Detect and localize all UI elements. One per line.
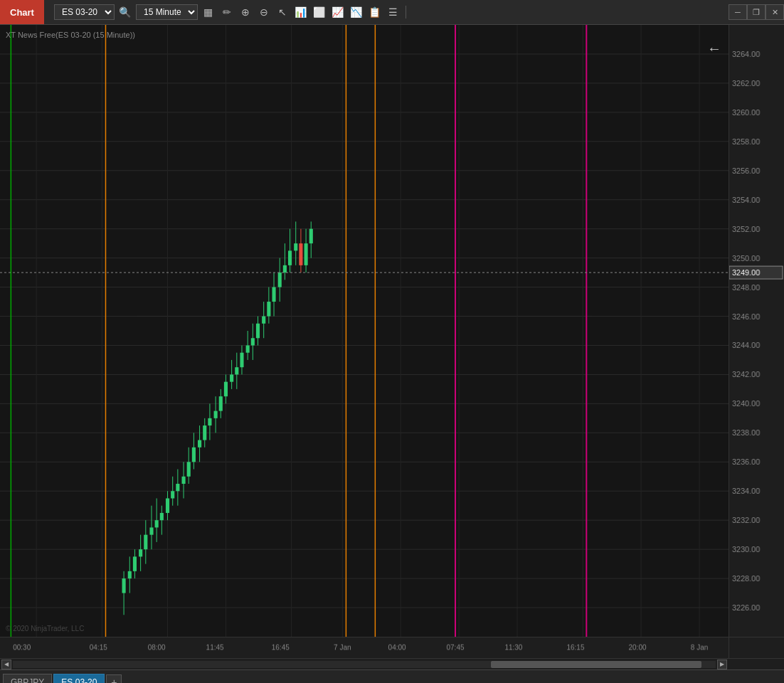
time-axis-wrapper — [0, 637, 784, 658]
tab-add-button[interactable]: + — [106, 674, 122, 683]
zoom-in-button[interactable]: ⊕ — [238, 4, 253, 20]
scrollbar-track[interactable] — [13, 661, 716, 668]
minimize-button[interactable]: ─ — [729, 4, 747, 20]
indicator-button[interactable]: 📉 — [349, 4, 364, 20]
tab-es0320[interactable]: ES 03-20 — [53, 674, 105, 683]
close-button[interactable]: ✕ — [766, 4, 784, 20]
search-button[interactable]: 🔍 — [117, 4, 133, 20]
time-axis — [0, 637, 729, 658]
time-canvas — [0, 637, 729, 658]
zoom-out-button[interactable]: ⊖ — [256, 4, 272, 20]
maximize-button[interactable]: ❐ — [747, 4, 766, 20]
scrollbar-thumb[interactable] — [491, 661, 701, 668]
toolbar: ES 03-20 🔍 15 Minute ▦ ✏ ⊕ ⊖ ↖ 📊 ⬜ 📈 📉 📋… — [44, 4, 729, 20]
draw-button[interactable]: ✏ — [219, 4, 235, 20]
strategy-button[interactable]: 📈 — [330, 4, 346, 20]
title-bar: Chart ES 03-20 🔍 15 Minute ▦ ✏ ⊕ ⊖ ↖ 📊 ⬜… — [0, 0, 784, 25]
scrollbar-area: ◀ ▶ — [0, 658, 784, 669]
price-canvas — [729, 25, 784, 637]
chart-trader-button[interactable]: 📊 — [293, 4, 309, 20]
cursor-button[interactable]: ↖ — [275, 4, 290, 20]
chart-label: Chart — [0, 0, 44, 24]
template-button[interactable]: 📋 — [367, 4, 383, 20]
tab-gbpjpy[interactable]: GBPJPY — [3, 674, 52, 683]
properties-button[interactable]: ⬜ — [312, 4, 327, 20]
chart-title: XT News Free(ES 03-20 (15 Minute)) — [6, 31, 135, 39]
window-controls: ─ ❐ ✕ — [729, 4, 784, 20]
chart-container: XT News Free(ES 03-20 (15 Minute)) © 202… — [0, 25, 784, 637]
chart-canvas[interactable] — [0, 25, 729, 637]
scroll-right-button[interactable]: ▶ — [717, 660, 727, 669]
price-axis: F — [729, 25, 784, 637]
copyright: © 2020 NinjaTrader, LLC — [6, 625, 84, 632]
symbol-select[interactable]: ES 03-20 — [54, 4, 115, 20]
chart-main[interactable]: XT News Free(ES 03-20 (15 Minute)) © 202… — [0, 25, 729, 637]
scroll-left-button[interactable]: ◀ — [1, 660, 11, 669]
timeframe-select[interactable]: 15 Minute — [136, 4, 198, 20]
toolbar-separator — [406, 6, 406, 18]
bottom-tabs: GBPJPY ES 03-20 + — [0, 669, 784, 683]
axis-corner — [729, 637, 784, 658]
bar-type-button[interactable]: ▦ — [201, 4, 216, 20]
menu-button[interactable]: ☰ — [386, 4, 401, 20]
